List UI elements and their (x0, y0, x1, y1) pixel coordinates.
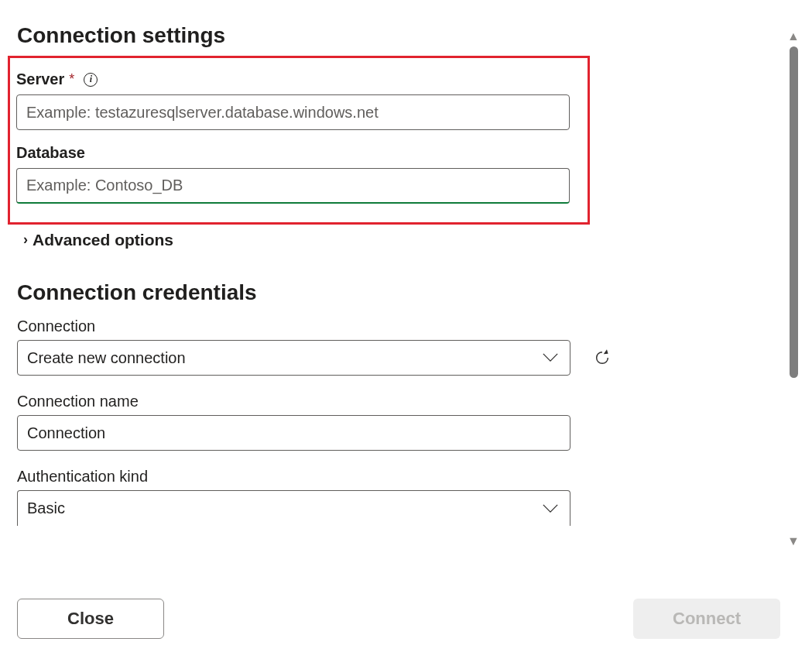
required-mark: * (69, 71, 74, 88)
settings-highlight-box: Server * i Database (8, 56, 590, 225)
dialog-body: Connection settings Server * i Database … (0, 0, 766, 526)
auth-kind-label: Authentication kind (17, 468, 766, 486)
server-field-group: Server * i (16, 70, 580, 130)
advanced-options-label: Advanced options (33, 231, 173, 249)
connection-label: Connection (17, 317, 766, 335)
connection-row: Create new connection (17, 340, 766, 376)
info-icon[interactable]: i (84, 73, 98, 87)
dialog-footer: Close Connect (17, 599, 780, 639)
connection-credentials-title: Connection credentials (17, 280, 766, 305)
scroll-down-icon[interactable]: ▼ (787, 534, 800, 548)
server-label: Server (16, 70, 64, 88)
scroll-thumb[interactable] (790, 46, 798, 378)
auth-kind-field-group: Authentication kind Basic (17, 468, 766, 526)
connection-name-field-group: Connection name (17, 393, 766, 451)
chevron-right-icon: › (23, 232, 28, 246)
connect-button[interactable]: Connect (633, 599, 780, 639)
connection-name-label: Connection name (17, 393, 766, 410)
database-input[interactable] (16, 168, 570, 204)
refresh-icon (594, 347, 611, 369)
connection-settings-title: Connection settings (17, 23, 766, 48)
scrollbar[interactable]: ▲ ▼ (786, 29, 801, 548)
connection-name-input[interactable] (17, 415, 570, 451)
refresh-button[interactable] (589, 345, 615, 371)
advanced-options-toggle[interactable]: › Advanced options (23, 231, 173, 249)
chevron-down-icon (542, 349, 559, 367)
close-button[interactable]: Close (17, 599, 164, 639)
server-input[interactable] (16, 94, 570, 130)
server-label-row: Server * i (16, 70, 580, 88)
database-label: Database (16, 144, 580, 162)
chevron-down-icon (542, 499, 559, 517)
auth-kind-value: Basic (27, 499, 65, 517)
connection-dropdown-value: Create new connection (27, 349, 186, 367)
auth-kind-dropdown[interactable]: Basic (17, 490, 570, 526)
connection-field-group: Connection Create new connection (17, 317, 766, 376)
database-field-group: Database (16, 144, 580, 204)
connection-dropdown[interactable]: Create new connection (17, 340, 570, 376)
scroll-up-icon[interactable]: ▲ (787, 29, 800, 43)
